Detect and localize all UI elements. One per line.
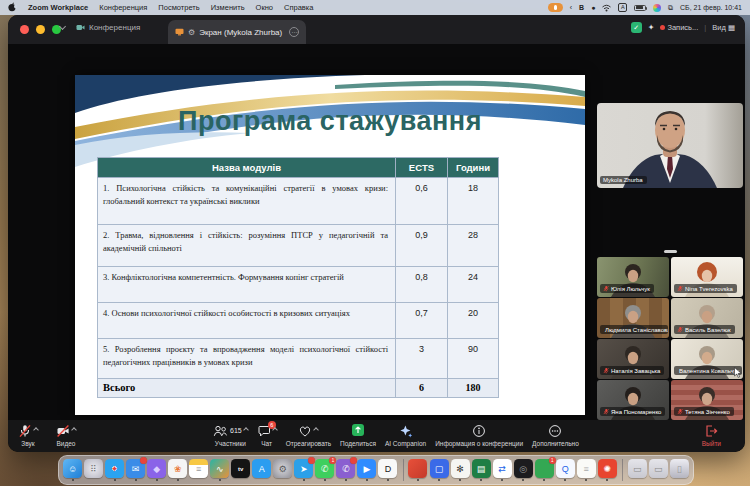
menu-view[interactable]: Посмотреть — [158, 3, 199, 12]
dock-green-badge-app-icon[interactable]: 1 — [535, 459, 554, 481]
participant-tile[interactable]: Наталія Завацька — [597, 339, 669, 379]
mic-in-use-indicator[interactable] — [548, 3, 563, 12]
dock-app-store-icon[interactable]: A — [252, 459, 271, 481]
display-icon[interactable]: ● — [591, 4, 595, 11]
speaker-name-label: Mykola Zhurba — [600, 176, 647, 184]
dock-zoom-icon[interactable]: ▶ — [357, 459, 376, 481]
input-source-icon[interactable]: А — [618, 3, 627, 12]
menu-edit[interactable]: Изменить — [211, 3, 245, 12]
participant-name-label: Василь Базелюк — [674, 325, 735, 334]
dock-badge — [140, 457, 147, 464]
dock-launchpad-icon[interactable]: ⠿ — [84, 459, 103, 481]
leave-button[interactable]: Выйти — [702, 424, 721, 447]
dock-red-burst-app-icon[interactable]: ✺ — [598, 459, 617, 481]
video-button[interactable]: Видео — [56, 424, 76, 447]
dock-photos-icon[interactable]: ❀ — [168, 459, 187, 481]
mic-muted-icon — [18, 424, 32, 438]
wifi-icon[interactable] — [602, 4, 611, 12]
dock-notes-icon[interactable]: ≡ — [189, 459, 208, 481]
tab-conference[interactable]: Конференция — [76, 23, 140, 32]
dock-trash-icon[interactable]: ▯ — [670, 459, 689, 481]
more-button[interactable]: Дополнительно — [532, 424, 579, 447]
close-window-button[interactable] — [20, 25, 29, 34]
chevron-left-icon[interactable]: ‹ — [570, 4, 572, 11]
screen-share-icon — [175, 28, 184, 36]
dock-purple-app-icon[interactable]: ◆ — [147, 459, 166, 481]
col-header-ects: ECTS — [396, 158, 448, 178]
dock-red-app-icon[interactable] — [408, 459, 427, 481]
sparkle-icon[interactable]: ✦ — [648, 23, 655, 32]
participant-tile[interactable]: Валентина Ковальчук — [671, 339, 743, 379]
chat-button[interactable]: 6 Чат — [257, 424, 277, 447]
dock-telegram-icon[interactable]: ➤ — [294, 459, 313, 481]
participant-tile[interactable]: Яна Пономаренко — [597, 380, 669, 420]
tab-screen-share[interactable]: ⚙ Экран (Mykola Zhurba) ⋯ — [168, 20, 306, 44]
dock-viber-icon[interactable]: ✆ — [336, 459, 355, 481]
participants-button[interactable]: 615 Участники — [213, 424, 248, 447]
participant-tile[interactable]: Людмила Станіславова — [597, 298, 669, 338]
share-button[interactable]: Поделиться — [340, 424, 376, 447]
dock-green-sheet-app-icon[interactable]: ▤ — [472, 459, 491, 481]
zoom-window: Конференция ⚙ Экран (Mykola Zhurba) ⋯ ✓ … — [8, 15, 745, 452]
participants-grid: Юлія ЛюльчукNina TverezovskaЛюдмила Стан… — [597, 257, 744, 420]
menu-clock[interactable]: СБ, 21 февр. 10:41 — [680, 4, 742, 11]
react-chevron[interactable] — [314, 427, 320, 433]
dock-black-sphere-app-icon[interactable]: ◎ — [514, 459, 533, 481]
video-options-chevron[interactable] — [71, 427, 77, 433]
tab-settings-icon: ⚙ — [188, 28, 195, 37]
dock-finder-icon[interactable]: ☺ — [63, 459, 82, 481]
participant-name-label: Валентина Ковальчук — [674, 366, 742, 375]
recording-indicator[interactable]: Запись... — [660, 23, 698, 32]
participant-tile[interactable]: Nina Tverezovska — [671, 257, 743, 297]
react-button[interactable]: Отреагировать — [286, 424, 331, 447]
security-shield-icon[interactable]: ✓ — [631, 22, 642, 33]
col-header-hours: Години — [448, 158, 499, 178]
chat-chevron[interactable] — [272, 427, 278, 433]
participant-tile[interactable]: Тетяна Зінченко — [671, 380, 743, 420]
active-speaker-video[interactable]: Mykola Zhurba — [597, 103, 743, 188]
meeting-info-button[interactable]: Информация о конференции — [435, 424, 523, 447]
dock-system-settings-icon[interactable]: ⚙ — [273, 459, 292, 481]
menu-app-name[interactable]: Zoom Workplace — [28, 3, 88, 12]
dock-badge: 1 — [549, 457, 556, 464]
participants-icon — [213, 424, 228, 438]
siri-icon[interactable] — [653, 4, 661, 12]
bluetooth-icon[interactable]: B — [579, 4, 584, 11]
ellipsis-icon — [548, 424, 562, 438]
panel-drag-handle[interactable] — [664, 250, 677, 253]
menu-conference[interactable]: Конференция — [99, 3, 147, 12]
dock-d-letter-app-icon[interactable]: D — [378, 459, 397, 481]
participant-name-label: Людмила Станіславова — [600, 325, 668, 334]
dock-teamviewer-icon[interactable]: ⇄ — [493, 459, 512, 481]
dock-badge — [308, 457, 315, 464]
view-button[interactable]: Вид ▦ — [712, 23, 735, 32]
apple-menu-icon[interactable] — [8, 2, 17, 14]
participants-chevron[interactable] — [243, 427, 249, 433]
tab-more-icon[interactable]: ⋯ — [289, 27, 299, 37]
dock-white-doc-app-icon[interactable]: ≡ — [577, 459, 596, 481]
dock-chatgpt-icon[interactable]: ✻ — [451, 459, 470, 481]
screen-mirroring-icon[interactable]: ⧉ — [668, 4, 673, 12]
dock-apple-tv-icon[interactable]: tv — [231, 459, 250, 481]
dock-badge: 1 — [329, 457, 336, 464]
dock-waveform-app-icon[interactable]: ∿ — [210, 459, 229, 481]
grid-view-icon: ▦ — [728, 23, 735, 32]
participant-tile[interactable]: Василь Базелюк — [671, 298, 743, 338]
dock-window-preview-1-icon[interactable]: ▭ — [628, 459, 647, 481]
dock-mail-icon[interactable]: ✉ — [126, 459, 145, 481]
dock-safari-icon[interactable]: ✦ — [105, 459, 124, 481]
dock-blue-window-app-icon[interactable]: ▢ — [429, 459, 448, 481]
menu-window[interactable]: Окно — [256, 3, 273, 12]
dock-separator — [622, 459, 623, 481]
participant-tile[interactable]: Юлія Люльчук — [597, 257, 669, 297]
meeting-toolbar: Звук Видео — [8, 420, 745, 452]
menu-help[interactable]: Справка — [284, 3, 313, 12]
minimize-window-button[interactable] — [36, 25, 45, 34]
ai-companion-button[interactable]: AI Companion — [385, 424, 426, 447]
dock-whatsapp-icon[interactable]: ✆1 — [315, 459, 334, 481]
audio-options-chevron[interactable] — [33, 427, 39, 433]
table-header-row: Назва модулів ECTS Години — [98, 158, 499, 178]
dock-blue-q-app-icon[interactable]: Q — [556, 459, 575, 481]
dock-window-preview-2-icon[interactable]: ▭ — [649, 459, 668, 481]
audio-button[interactable]: Звук — [18, 424, 38, 447]
